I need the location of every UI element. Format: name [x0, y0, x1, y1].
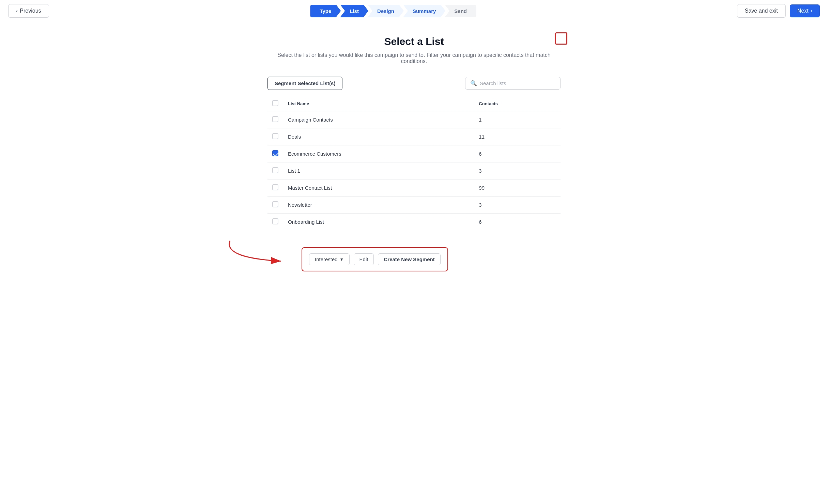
previous-label: Previous [20, 8, 41, 14]
interested-label: Interested [315, 256, 338, 262]
main-content: Select a List Select the list or lists y… [261, 22, 567, 299]
search-box: 🔍 [465, 77, 561, 90]
checkbox-row-6[interactable] [272, 218, 278, 224]
interested-button[interactable]: Interested ▼ [309, 253, 350, 265]
contacts-cell: 11 [474, 128, 561, 145]
contacts-cell: 99 [474, 179, 561, 196]
tab-send[interactable]: Send [445, 5, 476, 17]
previous-button[interactable]: ‹ Previous [8, 4, 49, 18]
table-row: List 13 [267, 162, 561, 179]
checkbox-row-4[interactable] [272, 184, 278, 190]
search-icon: 🔍 [470, 80, 477, 86]
table-row: Newsletter3 [267, 196, 561, 214]
table-header-row: List Name Contacts [267, 97, 561, 111]
tab-summary[interactable]: Summary [403, 5, 445, 17]
list-name-cell: List 1 [283, 162, 474, 179]
contacts-cell: 6 [474, 214, 561, 231]
checkbox-row-2[interactable] [272, 150, 278, 156]
segment-area: Interested ▼ Edit Create New Segment [267, 247, 561, 271]
nav-right-actions: Save and exit Next › [737, 4, 820, 18]
table-row: Onboarding List6 [267, 214, 561, 231]
chevron-right-icon: › [811, 8, 812, 14]
page-title: Select a List [267, 36, 561, 47]
controls-row: Segment Selected List(s) 🔍 [267, 77, 561, 90]
next-label: Next [797, 8, 809, 14]
tab-list[interactable]: List [340, 5, 368, 17]
contacts-cell: 3 [474, 162, 561, 179]
list-name-cell: Onboarding List [283, 214, 474, 231]
save-exit-button[interactable]: Save and exit [737, 4, 786, 18]
checkbox-row-3[interactable] [272, 167, 278, 173]
col-contacts: Contacts [474, 97, 561, 111]
table-body: Campaign Contacts1Deals11Ecommerce Custo… [267, 111, 561, 230]
header-select-all [267, 97, 283, 111]
red-square-icon [555, 32, 567, 45]
segment-selected-lists-button[interactable]: Segment Selected List(s) [267, 77, 342, 90]
create-new-segment-button[interactable]: Create New Segment [378, 253, 440, 265]
segment-button-label: Segment Selected List(s) [275, 80, 335, 86]
list-name-cell: Newsletter [283, 196, 474, 214]
checkbox-row-5[interactable] [272, 201, 278, 207]
save-exit-label: Save and exit [745, 8, 778, 14]
top-navigation: ‹ Previous Type List Design Summary Send… [0, 0, 828, 22]
col-list-name: List Name [283, 97, 474, 111]
list-name-cell: Deals [283, 128, 474, 145]
list-name-cell: Master Contact List [283, 179, 474, 196]
table-row: Master Contact List99 [267, 179, 561, 196]
annotation-arrow [220, 237, 308, 271]
edit-button[interactable]: Edit [354, 253, 374, 265]
table-row: Deals11 [267, 128, 561, 145]
tab-type[interactable]: Type [310, 5, 341, 17]
edit-label: Edit [359, 256, 368, 262]
contacts-cell: 3 [474, 196, 561, 214]
contacts-cell: 1 [474, 111, 561, 128]
lists-table: List Name Contacts Campaign Contacts1Dea… [267, 97, 561, 230]
search-input[interactable] [480, 80, 555, 86]
next-button[interactable]: Next › [790, 4, 820, 17]
select-all-checkbox[interactable] [272, 100, 278, 106]
table-row: Campaign Contacts1 [267, 111, 561, 128]
checkbox-row-1[interactable] [272, 133, 278, 139]
contacts-cell: 6 [474, 145, 561, 162]
segment-controls-box: Interested ▼ Edit Create New Segment [302, 247, 448, 271]
dropdown-arrow-icon: ▼ [340, 257, 344, 262]
checkbox-row-0[interactable] [272, 116, 278, 122]
list-name-cell: Campaign Contacts [283, 111, 474, 128]
page-subtitle: Select the list or lists you would like … [267, 52, 561, 64]
create-segment-label: Create New Segment [384, 256, 434, 262]
step-tabs: Type List Design Summary Send [310, 5, 476, 17]
tab-design[interactable]: Design [368, 5, 404, 17]
list-name-cell: Ecommerce Customers [283, 145, 474, 162]
chevron-left-icon: ‹ [16, 8, 18, 14]
table-row: Ecommerce Customers6 [267, 145, 561, 162]
